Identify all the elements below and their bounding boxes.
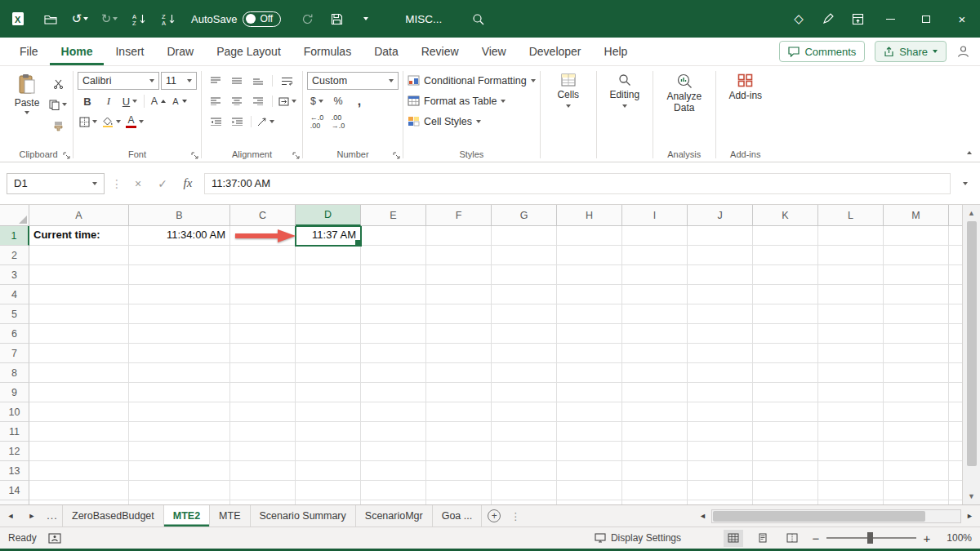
- copy-button[interactable]: [47, 96, 69, 113]
- diamond-icon[interactable]: ◇: [784, 6, 813, 32]
- conditional-formatting-chevron[interactable]: [531, 79, 536, 82]
- cell-C6[interactable]: [230, 324, 296, 344]
- cell-D7[interactable]: [296, 344, 361, 363]
- cell-M10[interactable]: [884, 402, 949, 422]
- format-as-table-chevron[interactable]: [501, 100, 506, 103]
- cell-C13[interactable]: [230, 461, 296, 481]
- sort-ascending-icon[interactable]: AZ: [124, 6, 154, 32]
- addins-button[interactable]: Add-ins: [720, 68, 771, 102]
- scroll-down-icon[interactable]: ▼: [968, 490, 975, 503]
- cell-E13[interactable]: [361, 461, 426, 481]
- vertical-scrollbar[interactable]: ▲ ▼: [962, 205, 980, 504]
- cell-E7[interactable]: [361, 344, 426, 363]
- cell-H1[interactable]: [557, 226, 622, 246]
- cell-M13[interactable]: [884, 461, 949, 481]
- scroll-left-icon[interactable]: ◄: [696, 512, 710, 520]
- cell-F14[interactable]: [426, 481, 492, 500]
- sheet-overflow-left[interactable]: ...: [42, 505, 62, 527]
- cell-B11[interactable]: [129, 422, 230, 442]
- cell-L8[interactable]: [818, 363, 884, 383]
- column-header-K[interactable]: K: [753, 205, 818, 226]
- tab-data[interactable]: Data: [363, 38, 410, 65]
- cell-J12[interactable]: [688, 442, 753, 461]
- cell-E14[interactable]: [361, 481, 426, 500]
- cell-L12[interactable]: [818, 442, 884, 461]
- column-header-J[interactable]: J: [688, 205, 753, 226]
- align-left-button[interactable]: [206, 92, 225, 110]
- merge-center-button[interactable]: [277, 92, 298, 110]
- search-icon[interactable]: [463, 6, 492, 32]
- cell-styles-chevron[interactable]: [476, 120, 481, 123]
- cancel-icon[interactable]: ×: [129, 177, 147, 190]
- column-header-D[interactable]: D: [296, 205, 361, 226]
- cell-D2[interactable]: [296, 246, 361, 265]
- cell-K8[interactable]: [753, 363, 818, 383]
- sheet-tab-zerobasedbudget[interactable]: ZeroBasedBudget: [62, 505, 164, 527]
- decrease-decimal-button[interactable]: .00→.0: [328, 113, 348, 131]
- cell-K3[interactable]: [753, 265, 818, 285]
- row-header-7[interactable]: 7: [0, 344, 29, 363]
- sheet-nav-left-icon[interactable]: ◄: [0, 505, 21, 527]
- column-header-C[interactable]: C: [230, 205, 296, 226]
- accounting-dropdown-chevron[interactable]: [318, 100, 323, 103]
- underline-dropdown-chevron[interactable]: [132, 100, 137, 103]
- enter-icon[interactable]: ✓: [154, 177, 172, 190]
- cell-B7[interactable]: [129, 344, 230, 363]
- cell-I1[interactable]: [622, 226, 688, 246]
- row-header-4[interactable]: 4: [0, 285, 29, 304]
- cell-M3[interactable]: [884, 265, 949, 285]
- cell-E2[interactable]: [361, 246, 426, 265]
- tab-scrollbar-splitter[interactable]: ⋮: [506, 505, 524, 527]
- comma-format-button[interactable]: ,: [350, 92, 369, 110]
- cell-M1[interactable]: [884, 226, 949, 246]
- cell-H7[interactable]: [557, 344, 622, 363]
- cell-H14[interactable]: [557, 481, 622, 500]
- cell-B6[interactable]: [129, 324, 230, 344]
- cell-K1[interactable]: [753, 226, 818, 246]
- cell-M9[interactable]: [884, 383, 949, 402]
- italic-button[interactable]: I: [99, 92, 118, 110]
- cell-G13[interactable]: [492, 461, 557, 481]
- tab-file[interactable]: File: [8, 38, 50, 65]
- cell-E5[interactable]: [361, 304, 426, 324]
- cell-I15[interactable]: [622, 500, 688, 504]
- cell-L3[interactable]: [818, 265, 884, 285]
- cell-M6[interactable]: [884, 324, 949, 344]
- tab-review[interactable]: Review: [410, 38, 470, 65]
- format-painter-button[interactable]: [47, 117, 69, 135]
- cell-B14[interactable]: [129, 481, 230, 500]
- cell-F8[interactable]: [426, 363, 492, 383]
- cell-L4[interactable]: [818, 285, 884, 304]
- horizontal-scrollbar[interactable]: ◄ ►: [693, 505, 980, 527]
- cell-B5[interactable]: [129, 304, 230, 324]
- cell-F4[interactable]: [426, 285, 492, 304]
- cell-styles-button[interactable]: Cell Styles: [408, 111, 536, 131]
- cell-K13[interactable]: [753, 461, 818, 481]
- excel-app-icon[interactable]: X: [0, 6, 36, 32]
- cell-M2[interactable]: [884, 246, 949, 265]
- bold-button[interactable]: B: [78, 92, 97, 110]
- page-layout-view-button[interactable]: [753, 530, 773, 547]
- align-middle-button[interactable]: [227, 72, 247, 90]
- sheet-tab-mte2[interactable]: MTE2: [164, 505, 210, 527]
- autosave-toggle[interactable]: AutoSave Off: [191, 11, 281, 27]
- cell-G6[interactable]: [492, 324, 557, 344]
- zoom-percentage[interactable]: 100%: [936, 532, 972, 544]
- column-header-G[interactable]: G: [492, 205, 557, 226]
- cell-K14[interactable]: [753, 481, 818, 500]
- cell-E12[interactable]: [361, 442, 426, 461]
- cell-C9[interactable]: [230, 383, 296, 402]
- cell-F7[interactable]: [426, 344, 492, 363]
- cell-G1[interactable]: [492, 226, 557, 246]
- cell-H12[interactable]: [557, 442, 622, 461]
- comments-button[interactable]: Comments: [779, 41, 865, 62]
- cell-E3[interactable]: [361, 265, 426, 285]
- cell-J4[interactable]: [688, 285, 753, 304]
- row-header-2[interactable]: 2: [0, 246, 29, 265]
- cell-J14[interactable]: [688, 481, 753, 500]
- row-header-13[interactable]: 13: [0, 461, 29, 481]
- cell-L7[interactable]: [818, 344, 884, 363]
- formula-input[interactable]: 11:37:00 AM: [204, 173, 951, 194]
- row-header-10[interactable]: 10: [0, 402, 29, 422]
- cell-A8[interactable]: [29, 363, 129, 383]
